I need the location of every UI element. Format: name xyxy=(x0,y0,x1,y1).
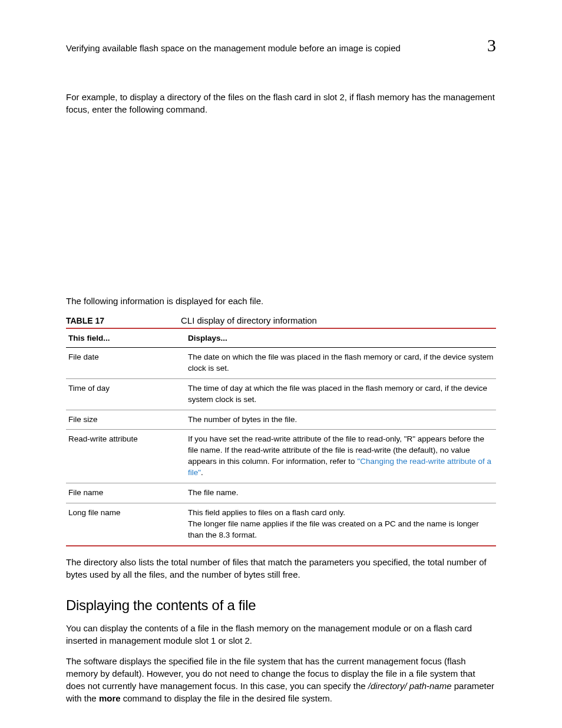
text-segment: . xyxy=(201,468,203,477)
header-title: Verifying available flash space on the m… xyxy=(66,43,401,53)
table-title: CLI display of directory information xyxy=(181,315,317,325)
text-line: This field applies to files on a flash c… xyxy=(188,508,494,519)
cell-field: Read-write attribute xyxy=(66,430,186,483)
cell-displays: If you have set the read-write attribute… xyxy=(186,430,496,483)
table-row: File size The number of bytes in the fil… xyxy=(66,410,496,430)
section-heading: Displaying the contents of a file xyxy=(66,597,496,614)
text-line: The longer file name applies if the file… xyxy=(188,519,494,541)
section-para-1: You can display the contents of a file i… xyxy=(66,622,496,647)
table-row: Time of day The time of day at which the… xyxy=(66,378,496,410)
cell-displays: The date on which the file was placed in… xyxy=(186,348,496,379)
directory-info-table: This field... Displays... File date The … xyxy=(66,328,496,546)
col-header-displays: Displays... xyxy=(186,328,496,348)
table-row: File date The date on which the file was… xyxy=(66,348,496,379)
section-para-2: The software displays the specified file… xyxy=(66,655,496,704)
intro-paragraph: For example, to display a directory of t… xyxy=(66,91,496,116)
after-table-paragraph: The directory also lists the total numbe… xyxy=(66,556,496,581)
command-text: more xyxy=(99,693,121,703)
page-header: Verifying available flash space on the m… xyxy=(66,35,496,55)
blank-space xyxy=(66,124,496,295)
cell-displays: The number of bytes in the file. xyxy=(186,410,496,430)
cell-displays: The file name. xyxy=(186,483,496,503)
cell-field: File date xyxy=(66,348,186,379)
table-row: Long file name This field applies to fil… xyxy=(66,503,496,545)
text-segment: command to display the file in the desir… xyxy=(121,693,332,703)
cell-field: Long file name xyxy=(66,503,186,545)
table-caption: TABLE 17 CLI display of directory inform… xyxy=(66,315,496,325)
param-text: /directory/ path-name xyxy=(368,681,452,691)
table-row: Read-write attribute If you have set the… xyxy=(66,430,496,483)
table-label: TABLE 17 xyxy=(66,316,181,325)
cell-displays: The time of day at which the file was pl… xyxy=(186,378,496,410)
chapter-number: 3 xyxy=(487,35,496,55)
cell-field: Time of day xyxy=(66,378,186,410)
table-row: File name The file name. xyxy=(66,483,496,503)
cell-field: File size xyxy=(66,410,186,430)
cell-displays: This field applies to files on a flash c… xyxy=(186,503,496,545)
col-header-field: This field... xyxy=(66,328,186,348)
cell-field: File name xyxy=(66,483,186,503)
lead-in-text: The following information is displayed f… xyxy=(66,295,496,307)
